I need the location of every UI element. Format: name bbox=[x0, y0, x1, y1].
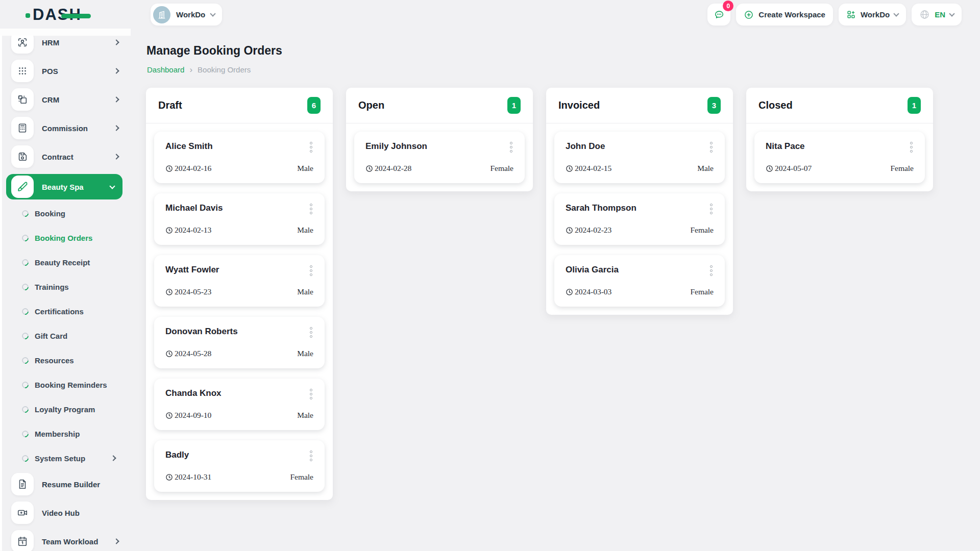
customer-gender: Male bbox=[297, 287, 313, 296]
sidebar-item-commission[interactable]: Commission bbox=[11, 117, 125, 139]
card-menu-button[interactable] bbox=[709, 264, 714, 278]
video-camera-icon bbox=[11, 502, 34, 524]
column-count-badge: 6 bbox=[307, 97, 321, 114]
booking-date: 2024-10-31 bbox=[165, 472, 211, 482]
column-header: Invoiced3 bbox=[546, 88, 733, 123]
brand-logo[interactable]: DASH bbox=[33, 6, 82, 24]
sidebar-item-video-hub[interactable]: Video Hub bbox=[11, 502, 125, 524]
card-menu-button[interactable] bbox=[309, 449, 313, 463]
globe-icon bbox=[919, 9, 930, 20]
card-header: Sarah Thompson bbox=[566, 202, 714, 216]
sidebar-subitem-label: Certifications bbox=[35, 307, 84, 316]
chevron-down-icon bbox=[109, 183, 115, 189]
sidebar-subitem-booking[interactable]: Booking bbox=[0, 201, 131, 226]
booking-card[interactable]: Olivia Garcia2024-03-03Female bbox=[554, 255, 725, 307]
sidebar-subitem-loyalty-program[interactable]: Loyalty Program bbox=[0, 397, 131, 421]
sidebar-subitem-label: Booking Orders bbox=[35, 234, 92, 242]
messages-count-badge: 0 bbox=[723, 1, 733, 11]
sidebar-subitem-system-setup[interactable]: System Setup bbox=[0, 446, 131, 470]
card-menu-button[interactable] bbox=[309, 202, 313, 216]
booking-date: 2024-02-15 bbox=[566, 164, 611, 173]
beauty-spa-submenu: BookingBooking OrdersBeauty ReceiptTrain… bbox=[0, 201, 131, 470]
customer-name: Nita Pace bbox=[766, 140, 805, 152]
sidebar-subitem-trainings[interactable]: Trainings bbox=[0, 274, 131, 299]
card-menu-button[interactable] bbox=[709, 202, 714, 216]
calculator-icon bbox=[11, 117, 34, 139]
booking-card[interactable]: Sarah Thompson2024-02-23Female bbox=[554, 193, 725, 245]
sidebar-item-beauty-spa[interactable]: Beauty Spa bbox=[6, 174, 122, 199]
sidebar-item-pos[interactable]: POS bbox=[11, 60, 125, 82]
sidebar-item-label: Resume Builder bbox=[42, 480, 100, 489]
card-header: Olivia Garcia bbox=[566, 264, 714, 278]
booking-date-value: 2024-05-28 bbox=[175, 349, 211, 358]
sidebar-item-team-workload[interactable]: Team Workload bbox=[11, 530, 125, 551]
booking-date-value: 2024-09-10 bbox=[175, 411, 211, 420]
sidebar-subitem-booking-orders[interactable]: Booking Orders bbox=[0, 226, 131, 250]
chevron-right-icon bbox=[110, 455, 116, 461]
chevron-right-icon bbox=[113, 96, 119, 102]
sidebar-item-label: Video Hub bbox=[42, 509, 80, 517]
card-menu-button[interactable] bbox=[509, 140, 513, 154]
sidebar-item-label: Contract bbox=[42, 153, 74, 161]
booking-card[interactable]: Wyatt Fowler2024-05-23Male bbox=[154, 255, 325, 307]
breadcrumb-dashboard-link[interactable]: Dashboard bbox=[147, 65, 184, 74]
booking-date-value: 2024-10-31 bbox=[175, 472, 211, 482]
create-workspace-button[interactable]: Create Workspace bbox=[736, 4, 833, 26]
customer-name: Sarah Thompson bbox=[566, 202, 636, 214]
booking-card[interactable]: John Doe2024-02-15Male bbox=[554, 132, 725, 183]
sidebar-subitem-resources[interactable]: Resources bbox=[0, 348, 131, 372]
column-header: Open1 bbox=[346, 88, 533, 123]
customer-gender: Male bbox=[297, 164, 313, 173]
card-header: Chanda Knox bbox=[165, 387, 313, 401]
booking-card[interactable]: Donovan Roberts2024-05-28Male bbox=[154, 317, 325, 368]
card-menu-button[interactable] bbox=[309, 264, 313, 278]
sidebar-subitem-gift-card[interactable]: Gift Card bbox=[0, 323, 131, 348]
booking-card[interactable]: Chanda Knox2024-09-10Male bbox=[154, 379, 325, 430]
workspace-switcher[interactable]: WorkDo bbox=[151, 4, 222, 26]
booking-card[interactable]: Michael Davis2024-02-13Male bbox=[154, 193, 325, 245]
column-header: Closed1 bbox=[746, 88, 933, 123]
card-menu-button[interactable] bbox=[309, 140, 313, 154]
sidebar-item-resume-builder[interactable]: Resume Builder bbox=[11, 473, 125, 495]
status-ring-icon bbox=[20, 282, 30, 291]
clock-icon bbox=[165, 288, 173, 296]
grid-plus-icon bbox=[846, 10, 856, 19]
sidebar-subitem-certifications[interactable]: Certifications bbox=[0, 299, 131, 323]
booking-date: 2024-05-28 bbox=[165, 349, 211, 358]
clock-icon bbox=[165, 227, 173, 234]
document-icon bbox=[11, 473, 34, 495]
booking-card[interactable]: Emily Johnson2024-02-28Female bbox=[354, 132, 525, 183]
sidebar-subitem-label: Resources bbox=[35, 356, 74, 365]
card-menu-button[interactable] bbox=[909, 140, 914, 154]
sidebar-item-contract[interactable]: Contract bbox=[11, 145, 125, 168]
column-card-list: John Doe2024-02-15MaleSarah Thompson2024… bbox=[546, 123, 733, 315]
booking-card[interactable]: Nita Pace2024-05-07Female bbox=[754, 132, 925, 183]
column-title: Invoiced bbox=[558, 99, 600, 111]
topbar: DASH WorkDo 0 Create Workspace bbox=[0, 0, 980, 29]
booking-date: 2024-09-10 bbox=[165, 411, 211, 420]
workspace-name: WorkDo bbox=[176, 10, 205, 19]
create-workspace-label: Create Workspace bbox=[758, 10, 825, 19]
booking-card[interactable]: Badly2024-10-31Female bbox=[154, 440, 325, 492]
status-ring-icon bbox=[20, 209, 30, 218]
calendar-icon bbox=[11, 530, 34, 551]
sidebar-subitem-beauty-receipt[interactable]: Beauty Receipt bbox=[0, 250, 131, 274]
sidebar-subitem-membership[interactable]: Membership bbox=[0, 421, 131, 446]
chat-bubble-icon bbox=[714, 9, 725, 20]
workspace-menu-button[interactable]: WorkDo bbox=[839, 4, 906, 26]
clock-icon bbox=[165, 165, 173, 172]
language-selector[interactable]: EN bbox=[912, 4, 962, 26]
card-menu-button[interactable] bbox=[309, 387, 313, 401]
booking-date: 2024-05-23 bbox=[165, 287, 211, 296]
card-menu-button[interactable] bbox=[709, 140, 714, 154]
sidebar-item-crm[interactable]: CRM bbox=[11, 88, 125, 111]
booking-card[interactable]: Alice Smith2024-02-16Male bbox=[154, 132, 325, 183]
card-footer: 2024-02-13Male bbox=[165, 226, 313, 235]
sidebar-subitem-booking-reminders[interactable]: Booking Reminders bbox=[0, 372, 131, 397]
messages-button[interactable]: 0 bbox=[707, 4, 730, 26]
card-footer: 2024-10-31Female bbox=[165, 472, 313, 482]
workspace-avatar bbox=[153, 6, 170, 23]
sidebar-subitem-label: Loyalty Program bbox=[35, 405, 95, 414]
card-menu-button[interactable] bbox=[309, 325, 313, 339]
column-card-list: Nita Pace2024-05-07Female bbox=[746, 123, 933, 191]
